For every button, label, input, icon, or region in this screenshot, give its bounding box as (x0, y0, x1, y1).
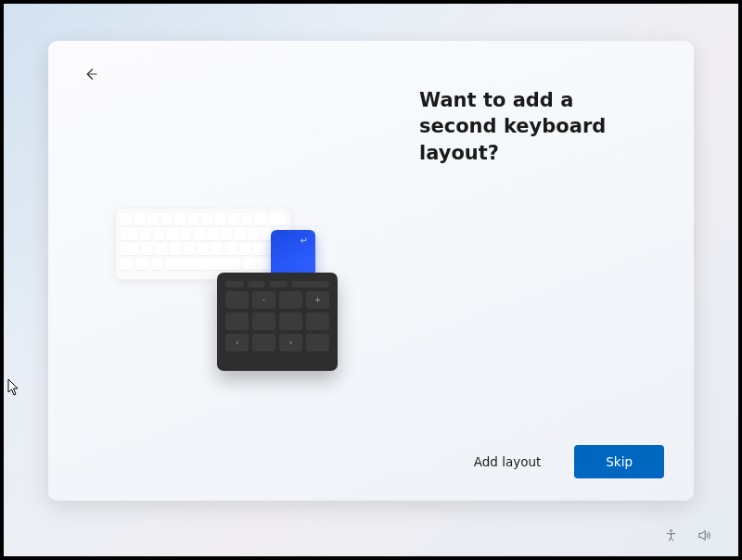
desktop-background: Want to add a second keyboard layout? (4, 4, 738, 556)
svg-point-0 (670, 529, 672, 531)
keyboard-illustration: -+ ‹› (115, 208, 356, 393)
system-tray (662, 527, 712, 543)
action-button-row: Add layout Skip (452, 445, 664, 478)
oobe-setup-card: Want to add a second keyboard layout? (48, 41, 694, 501)
skip-button[interactable]: Skip (574, 445, 664, 478)
mouse-cursor (7, 378, 20, 397)
illustration-white-keyboard (115, 208, 291, 280)
illustration-numpad: -+ ‹› (217, 273, 338, 371)
page-title: Want to add a second keyboard layout? (419, 87, 657, 166)
back-arrow-icon (83, 66, 99, 83)
volume-icon[interactable] (696, 527, 712, 543)
back-button[interactable] (78, 61, 104, 87)
accessibility-icon[interactable] (662, 527, 679, 543)
add-layout-button[interactable]: Add layout (452, 445, 564, 478)
